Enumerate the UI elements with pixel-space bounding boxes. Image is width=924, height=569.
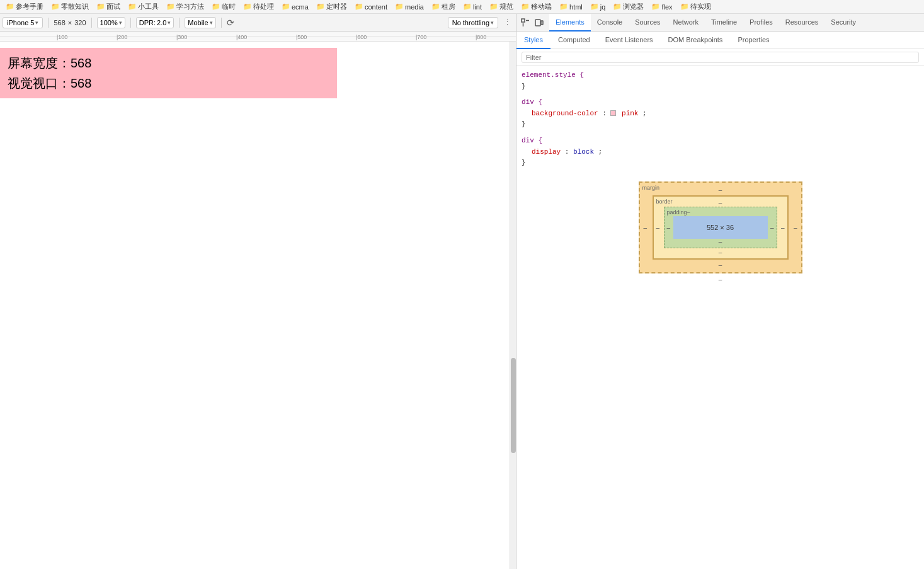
box-model: margin – – – – border – – – – bbox=[639, 181, 802, 283]
border-right-value: – bbox=[781, 224, 785, 231]
zoom-selector[interactable]: 100% ▾ bbox=[97, 17, 125, 28]
chevron-down-icon: ▾ bbox=[35, 20, 38, 26]
border-top-value: – bbox=[719, 199, 722, 206]
css-close-brace: } bbox=[522, 81, 919, 93]
bookmark-移动端[interactable]: 📁 移动端 bbox=[518, 1, 555, 12]
box-border: border – – – – padding– – – – bbox=[653, 195, 789, 260]
bookmark-待处理[interactable]: 📁 待处理 bbox=[240, 1, 277, 12]
inspect-element-button[interactable] bbox=[519, 16, 532, 29]
bookmark-jq[interactable]: 📁 jq bbox=[587, 2, 609, 11]
device-selector[interactable]: iPhone 5 ▾ bbox=[3, 17, 43, 28]
bookmark-面试[interactable]: 📁 面试 bbox=[93, 1, 123, 12]
content-size: 552 × 36 bbox=[707, 224, 734, 231]
ua-chevron-icon: ▾ bbox=[210, 20, 213, 26]
tab-timeline[interactable]: Timeline bbox=[705, 14, 743, 32]
toolbar-separator3 bbox=[130, 18, 131, 28]
bookmark-html[interactable]: 📁 html bbox=[556, 2, 586, 11]
svg-text:|300: |300 bbox=[176, 34, 187, 40]
subpanel-tab-bar: Styles Computed Event Listeners DOM Brea… bbox=[516, 32, 924, 49]
bookmark-租房[interactable]: 📁 租房 bbox=[428, 1, 459, 12]
more-options-button[interactable]: ⋮ bbox=[501, 16, 513, 29]
bookmark-浏览器[interactable]: 📁 浏览器 bbox=[610, 1, 647, 12]
styles-panel: element.style { } div { background-color… bbox=[516, 66, 924, 569]
bookmark-小工具[interactable]: 📁 小工具 bbox=[125, 1, 162, 12]
dpr-chevron-icon: ▾ bbox=[168, 20, 171, 26]
bookmark-参考手册[interactable]: 📁 参考手册 bbox=[3, 1, 47, 12]
folder-icon: 📁 bbox=[355, 3, 363, 11]
user-agent-selector[interactable]: Mobile ▾ bbox=[185, 17, 215, 28]
css-rule-div-display: div { display : block ; } bbox=[522, 135, 919, 169]
border-left-value: – bbox=[656, 224, 660, 231]
svg-text:|600: |600 bbox=[356, 34, 367, 40]
subtab-properties[interactable]: Properties bbox=[730, 32, 777, 49]
folder-icon: 📁 bbox=[51, 3, 60, 11]
svg-rect-9 bbox=[522, 19, 525, 22]
subtab-dom-breakpoints[interactable]: DOM Breakpoints bbox=[661, 32, 731, 49]
tab-security[interactable]: Security bbox=[824, 14, 862, 32]
css-property-bg-color: background-color : pink ; bbox=[522, 108, 919, 120]
ruler-content: |100 |200 |300 |400 |500 |600 |700 |800 bbox=[0, 32, 516, 41]
dpr-value: 2.0 bbox=[157, 19, 166, 26]
folder-icon: 📁 bbox=[212, 3, 220, 11]
bookmark-ecma[interactable]: 📁 ecma bbox=[278, 2, 312, 11]
padding-bottom-value: – bbox=[719, 238, 722, 245]
viewport-scrollbar[interactable] bbox=[510, 42, 516, 569]
bookmark-临时[interactable]: 📁 临时 bbox=[208, 1, 239, 12]
folder-icon: 📁 bbox=[282, 3, 290, 11]
ruler: |100 |200 |300 |400 |500 |600 |700 |800 bbox=[0, 32, 516, 42]
devtools-panel: Elements Console Sources Network Timelin… bbox=[516, 14, 924, 569]
tab-profiles[interactable]: Profiles bbox=[743, 14, 779, 32]
throttle-value: No throttling bbox=[452, 19, 489, 26]
user-agent-value: Mobile bbox=[188, 19, 208, 26]
tab-elements[interactable]: Elements bbox=[549, 14, 591, 32]
margin-left-value: – bbox=[644, 224, 647, 231]
dpr-selector[interactable]: DPR: 2.0 ▾ bbox=[136, 17, 174, 28]
tab-console[interactable]: Console bbox=[591, 14, 629, 32]
css-rule-div-bg: div { background-color : pink ; } bbox=[522, 97, 919, 130]
svg-rect-12 bbox=[535, 20, 540, 26]
tab-resources[interactable]: Resources bbox=[779, 14, 825, 32]
css-close-brace-3: } bbox=[522, 158, 919, 169]
css-property-display: display : block ; bbox=[522, 147, 919, 158]
svg-text:|100: |100 bbox=[57, 34, 67, 40]
orientation-icon[interactable]: ⟳ bbox=[227, 18, 234, 28]
folder-icon: 📁 bbox=[316, 3, 325, 11]
css-close-brace-2: } bbox=[522, 119, 919, 130]
device-name: iPhone 5 bbox=[7, 19, 34, 26]
tab-sources[interactable]: Sources bbox=[629, 14, 666, 32]
bookmark-content[interactable]: 📁 content bbox=[351, 2, 391, 11]
main-layout: iPhone 5 ▾ 568 × 320 100% ▾ DPR: 2.0 ▾ M… bbox=[0, 14, 924, 569]
bookmark-定时器[interactable]: 📁 定时器 bbox=[313, 1, 350, 12]
device-toolbar: iPhone 5 ▾ 568 × 320 100% ▾ DPR: 2.0 ▾ M… bbox=[0, 14, 516, 32]
scrollbar-thumb[interactable] bbox=[511, 358, 516, 453]
folder-icon: 📁 bbox=[521, 3, 530, 11]
bookmark-待实现[interactable]: 📁 待实现 bbox=[677, 1, 714, 12]
subtab-styles[interactable]: Styles bbox=[516, 32, 550, 49]
page-content: 屏幕宽度：568 视觉视口：568 bbox=[0, 42, 516, 569]
bookmark-规范[interactable]: 📁 规范 bbox=[486, 1, 516, 12]
subtab-event-listeners[interactable]: Event Listeners bbox=[598, 32, 661, 49]
bookmark-lint[interactable]: 📁 lint bbox=[460, 2, 485, 11]
box-content: 552 × 36 bbox=[673, 216, 768, 239]
folder-icon: 📁 bbox=[431, 3, 440, 11]
folder-icon: 📁 bbox=[613, 3, 622, 11]
bookmark-零散知识[interactable]: 📁 零散知识 bbox=[48, 1, 92, 12]
bookmark-学习方法[interactable]: 📁 学习方法 bbox=[163, 1, 207, 12]
folder-icon: 📁 bbox=[463, 3, 472, 11]
device-mode-button[interactable] bbox=[533, 16, 545, 29]
folder-icon: 📁 bbox=[6, 3, 14, 11]
filter-input[interactable] bbox=[522, 52, 919, 63]
bookmark-flex[interactable]: 📁 flex bbox=[648, 2, 675, 11]
bookmark-media[interactable]: 📁 media bbox=[392, 2, 427, 11]
toolbar-separator5 bbox=[221, 18, 222, 28]
folder-icon: 📁 bbox=[128, 3, 137, 11]
box-model-container: margin – – – – border – – – – bbox=[522, 174, 919, 290]
css-selector-element-style: element.style { bbox=[522, 70, 919, 81]
tab-network[interactable]: Network bbox=[667, 14, 705, 32]
throttle-selector[interactable]: No throttling ▾ bbox=[448, 17, 498, 28]
svg-text:|500: |500 bbox=[296, 34, 307, 40]
folder-icon: 📁 bbox=[651, 3, 660, 11]
folder-icon: 📁 bbox=[680, 3, 689, 11]
subtab-computed[interactable]: Computed bbox=[550, 32, 598, 49]
viewport-width: 568 bbox=[54, 19, 65, 26]
